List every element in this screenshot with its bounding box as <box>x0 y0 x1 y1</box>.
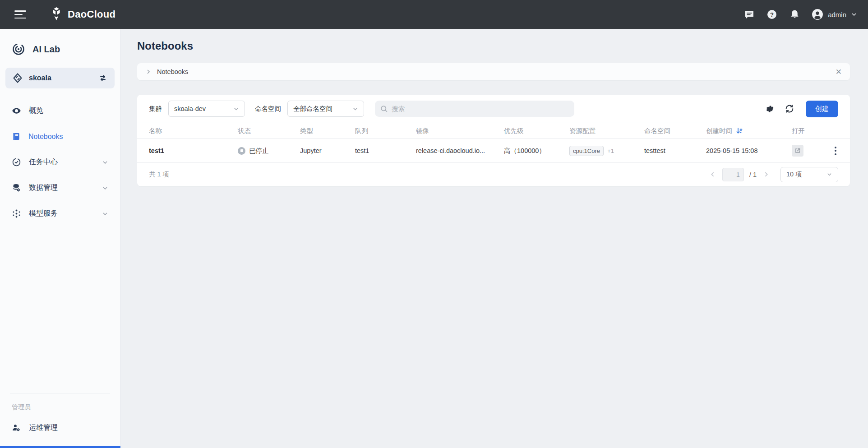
chevron-down-icon <box>233 106 239 112</box>
sidebar-accent-strip <box>0 446 120 448</box>
pagination: / 1 10 项 <box>708 167 838 182</box>
col-created: 创建时间 <box>706 127 792 135</box>
user-menu[interactable]: admin <box>812 9 857 20</box>
row-actions-kebab-icon[interactable] <box>830 145 841 157</box>
admin-section-label: 管理员 <box>0 393 120 416</box>
breadcrumb-bar: Notebooks ✕ <box>137 63 850 80</box>
prev-page-icon[interactable] <box>708 170 717 179</box>
sidebar-item-model-service[interactable]: 模型服务 <box>0 201 120 226</box>
sidebar-item-ops-management[interactable]: 运维管理 <box>0 416 120 439</box>
search-input[interactable] <box>392 105 569 112</box>
cell-name[interactable]: test1 <box>149 147 238 154</box>
chevron-down-icon <box>102 185 108 191</box>
workspace-name: skoala <box>29 74 92 82</box>
workspace-icon <box>13 73 23 83</box>
cell-queue: test1 <box>355 147 416 154</box>
cell-resources: cpu:1Core +1 <box>569 146 644 156</box>
main-content: Notebooks Notebooks ✕ 集群 skoala-dev 命名空间… <box>120 29 868 448</box>
col-image: 镜像 <box>416 127 504 135</box>
search-field <box>375 101 574 117</box>
page-number-input[interactable] <box>722 168 744 181</box>
col-name: 名称 <box>149 127 238 135</box>
cell-priority: 高（100000） <box>504 147 569 155</box>
sidebar-item-notebooks[interactable]: Notebooks <box>0 124 120 149</box>
cell-actions <box>830 145 850 157</box>
table-footer: 共 1 项 / 1 10 项 <box>137 163 850 186</box>
create-button[interactable]: 创建 <box>806 101 838 117</box>
cluster-label: 集群 <box>149 105 162 113</box>
col-type: 类型 <box>300 127 355 135</box>
notification-bell-icon[interactable] <box>789 9 800 20</box>
col-created-label: 创建时间 <box>706 127 732 135</box>
sidebar-item-label: Notebooks <box>28 133 63 141</box>
help-icon[interactable]: ? <box>766 9 777 20</box>
total-count: 共 1 项 <box>149 170 169 179</box>
sidebar-nav: 概览 Notebooks 任务中心 数据管理 <box>0 98 120 226</box>
chevron-right-icon <box>145 69 152 75</box>
status-stopped-icon <box>238 147 245 155</box>
sort-descending-icon[interactable] <box>736 127 743 134</box>
user-gear-icon <box>12 423 21 433</box>
sidebar-item-task-center[interactable]: 任务中心 <box>0 149 120 175</box>
product-label: AI Lab <box>32 44 60 55</box>
chevron-down-icon <box>826 171 832 177</box>
sidebar-item-label: 模型服务 <box>29 209 58 218</box>
table-header: 名称 状态 类型 队列 镜像 优先级 资源配置 命名空间 创建时间 打开 <box>137 123 850 139</box>
col-status: 状态 <box>238 127 300 135</box>
cell-open <box>792 145 830 157</box>
sidebar-item-label: 任务中心 <box>29 157 58 167</box>
brand-name: DaoCloud <box>68 9 115 20</box>
sidebar: AI Lab skoala 概览 Notebooks <box>0 29 120 448</box>
namespace-select-value: 全部命名空间 <box>293 105 352 113</box>
sidebar-item-data-management[interactable]: 数据管理 <box>0 175 120 201</box>
ai-lab-icon <box>12 42 25 56</box>
hamburger-menu-icon[interactable] <box>14 10 26 18</box>
cluster-select[interactable]: skoala-dev <box>168 101 245 117</box>
sidebar-item-label: 数据管理 <box>29 183 58 193</box>
cell-type: Jupyter <box>300 147 355 154</box>
username: admin <box>828 11 846 18</box>
sidebar-item-label: 概览 <box>29 106 43 115</box>
topbar: DaoCloud ? admin <box>0 0 868 29</box>
namespace-select[interactable]: 全部命名空间 <box>287 101 364 117</box>
page-size-select[interactable]: 10 项 <box>780 167 838 182</box>
daocloud-logo-icon <box>50 7 63 22</box>
table-row[interactable]: test1 已停止 Jupyter test1 release-ci.daocl… <box>137 139 850 163</box>
workspace-selector[interactable]: skoala <box>5 68 115 88</box>
svg-text:?: ? <box>770 11 774 18</box>
sidebar-product-ai-lab[interactable]: AI Lab <box>0 29 120 66</box>
refresh-icon[interactable] <box>784 103 795 114</box>
col-namespace: 命名空间 <box>644 127 706 135</box>
sidebar-item-label: 运维管理 <box>29 423 58 433</box>
notebooks-panel: 集群 skoala-dev 命名空间 全部命名空间 <box>137 95 850 186</box>
next-page-icon[interactable] <box>762 170 771 179</box>
avatar <box>812 9 823 20</box>
message-icon[interactable] <box>744 9 755 20</box>
sidebar-divider <box>0 95 120 95</box>
col-queue: 队列 <box>355 127 416 135</box>
brand-logo: DaoCloud <box>50 7 115 22</box>
task-clock-icon <box>12 157 21 167</box>
switch-workspace-icon[interactable] <box>98 74 107 83</box>
chevron-down-icon <box>352 106 358 112</box>
col-open: 打开 <box>792 127 830 135</box>
col-priority: 优先级 <box>504 127 569 135</box>
page-total: / 1 <box>749 171 757 178</box>
cell-created: 2025-05-15 15:08 <box>706 147 792 154</box>
chevron-down-icon <box>851 11 857 18</box>
notebook-icon <box>12 132 21 141</box>
settings-gear-icon[interactable] <box>764 103 775 114</box>
chevron-down-icon <box>102 211 108 217</box>
search-icon <box>380 105 388 113</box>
sidebar-item-overview[interactable]: 概览 <box>0 98 120 124</box>
resource-tag: cpu:1Core <box>569 146 604 156</box>
cell-image: release-ci.daocloud.io... <box>416 147 504 154</box>
namespace-label: 命名空间 <box>255 105 281 113</box>
cluster-select-value: skoala-dev <box>174 105 233 112</box>
filter-toolbar: 集群 skoala-dev 命名空间 全部命名空间 <box>137 95 850 123</box>
model-nodes-icon <box>12 209 21 218</box>
close-icon[interactable]: ✕ <box>836 68 842 76</box>
breadcrumb-item-notebooks[interactable]: Notebooks <box>157 68 188 75</box>
open-external-icon[interactable] <box>792 145 803 157</box>
cell-namespace: testtest <box>644 147 706 154</box>
